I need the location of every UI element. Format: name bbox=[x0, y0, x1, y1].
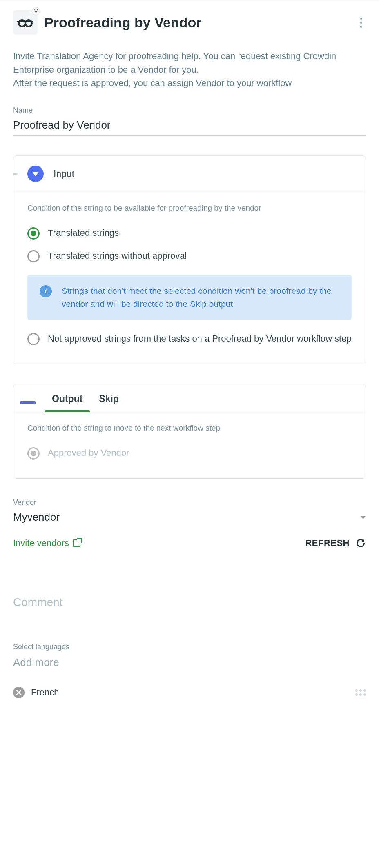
output-condition-label: Condition of the string to move to the n… bbox=[27, 424, 352, 433]
radio-translated-strings[interactable]: Translated strings bbox=[27, 222, 352, 244]
vendor-select[interactable]: Myvendor bbox=[13, 509, 366, 528]
header-icon: V bbox=[13, 10, 38, 35]
invite-vendors-link[interactable]: Invite vendors bbox=[13, 538, 80, 548]
radio-label: Translated strings without approval bbox=[48, 249, 187, 262]
close-icon bbox=[16, 690, 22, 695]
radio-not-approved-from-tasks[interactable]: Not approved strings from the tasks on a… bbox=[27, 327, 352, 350]
refresh-icon bbox=[355, 538, 366, 548]
language-item: French bbox=[13, 687, 366, 702]
remove-language-button[interactable] bbox=[13, 687, 25, 698]
vendor-label: Vendor bbox=[13, 498, 366, 507]
input-title: Input bbox=[54, 169, 74, 180]
description-text: Invite Translation Agency for proofreadi… bbox=[13, 49, 366, 90]
radio-indicator bbox=[27, 227, 40, 240]
vendor-badge: V bbox=[32, 7, 40, 15]
radio-label: Translated strings bbox=[48, 226, 119, 240]
input-card-header: Input bbox=[13, 156, 366, 192]
input-condition-label: Condition of the string to be available … bbox=[27, 204, 352, 213]
tab-output[interactable]: Output bbox=[52, 393, 82, 412]
radio-indicator bbox=[27, 250, 40, 262]
refresh-label: REFRESH bbox=[305, 538, 350, 548]
info-icon: i bbox=[40, 285, 52, 297]
name-field-group: Name bbox=[13, 106, 366, 136]
language-name: French bbox=[31, 687, 349, 698]
output-card: Output Skip Condition of the string to m… bbox=[13, 384, 366, 479]
vendor-value: Myvendor bbox=[13, 511, 360, 524]
vendor-field-group: Vendor Myvendor bbox=[13, 498, 366, 528]
drag-handle-icon[interactable] bbox=[355, 689, 366, 696]
radio-label: Not approved strings from the tasks on a… bbox=[48, 332, 352, 345]
comment-input[interactable] bbox=[13, 593, 366, 614]
invite-vendors-label: Invite vendors bbox=[13, 538, 69, 548]
chevron-down-icon bbox=[360, 516, 366, 519]
name-label: Name bbox=[13, 106, 366, 115]
languages-section: Select languages French bbox=[13, 643, 366, 702]
more-menu-icon[interactable] bbox=[356, 18, 366, 28]
radio-indicator bbox=[27, 447, 40, 460]
external-link-icon bbox=[73, 539, 80, 547]
add-language-input[interactable] bbox=[13, 654, 366, 673]
tab-skip[interactable]: Skip bbox=[99, 393, 119, 412]
info-box: i Strings that don't meet the selected c… bbox=[27, 275, 352, 320]
radio-indicator bbox=[27, 333, 40, 345]
info-text: Strings that don't meet the selected con… bbox=[62, 284, 339, 310]
languages-label: Select languages bbox=[13, 643, 366, 651]
input-card: Input Condition of the string to be avai… bbox=[13, 155, 366, 364]
page-title: Proofreading by Vendor bbox=[44, 15, 350, 31]
radio-approved-by-vendor: Approved by Vendor bbox=[27, 442, 352, 464]
output-tabs: Output Skip bbox=[13, 384, 366, 412]
name-input[interactable] bbox=[13, 117, 366, 136]
input-icon bbox=[27, 166, 44, 182]
radio-label: Approved by Vendor bbox=[48, 446, 129, 460]
radio-translated-without-approval[interactable]: Translated strings without approval bbox=[27, 244, 352, 267]
refresh-button[interactable]: REFRESH bbox=[305, 538, 366, 548]
